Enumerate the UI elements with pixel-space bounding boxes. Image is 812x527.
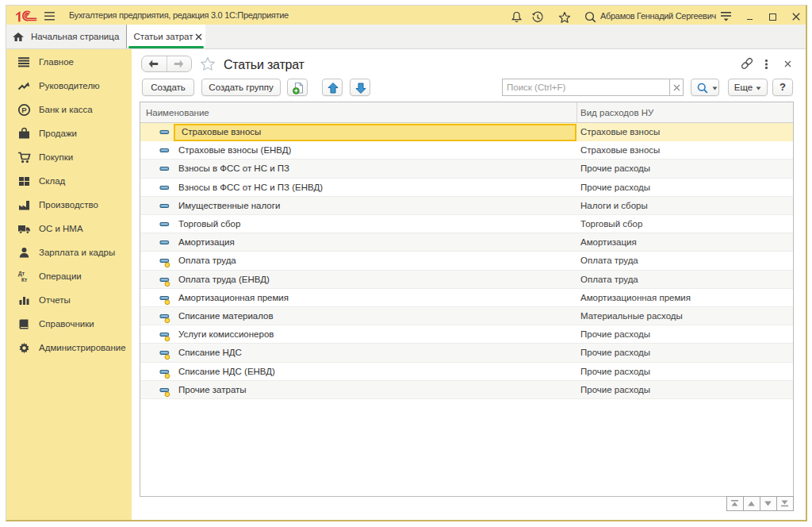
svg-text:Р: Р	[21, 106, 27, 114]
svg-text:Дт: Дт	[18, 271, 25, 277]
svg-text:Кт: Кт	[21, 277, 27, 283]
